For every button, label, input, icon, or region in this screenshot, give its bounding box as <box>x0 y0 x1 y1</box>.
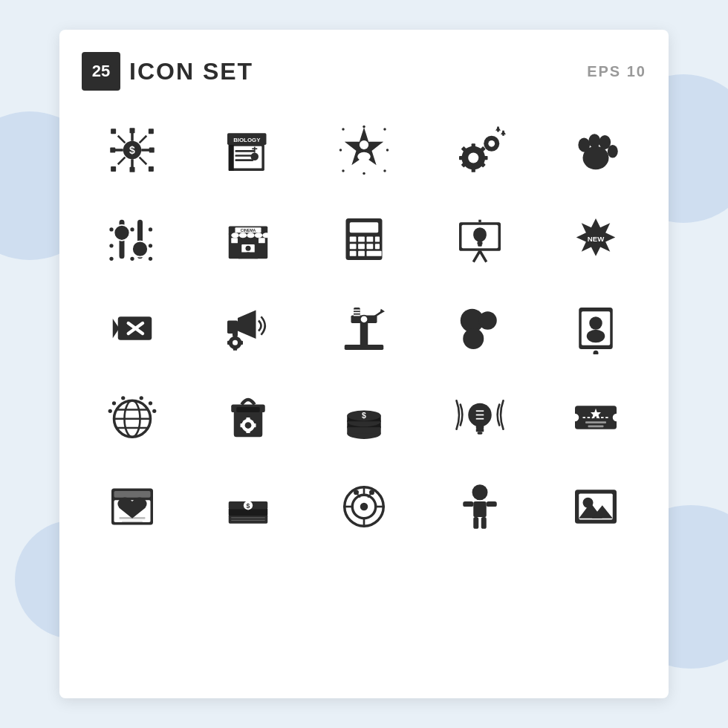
controls-slider-icon <box>106 213 158 265</box>
svg-rect-183 <box>588 426 604 428</box>
svg-text:$: $ <box>247 502 250 510</box>
svg-rect-93 <box>375 237 380 242</box>
svg-point-139 <box>589 316 602 330</box>
svg-point-32 <box>342 128 345 131</box>
svg-point-63 <box>114 225 130 241</box>
svg-rect-15 <box>130 167 135 172</box>
svg-rect-17 <box>149 148 155 153</box>
bucket-settings-icon <box>222 391 274 443</box>
svg-point-37 <box>386 149 389 152</box>
svg-rect-97 <box>375 244 380 249</box>
svg-rect-44 <box>459 156 464 160</box>
icon-paw-print <box>545 113 646 187</box>
svg-point-198 <box>360 503 368 511</box>
svg-marker-55 <box>501 131 506 134</box>
svg-rect-98 <box>350 251 357 256</box>
svg-line-6 <box>118 136 126 143</box>
svg-point-71 <box>149 257 152 261</box>
svg-point-35 <box>383 169 386 172</box>
svg-rect-211 <box>473 517 478 529</box>
svg-rect-122 <box>240 341 243 345</box>
svg-rect-208 <box>473 501 487 517</box>
svg-text:NEW: NEW <box>588 235 605 243</box>
svg-rect-160 <box>241 423 244 427</box>
icon-mobile-contact <box>545 291 646 365</box>
svg-rect-87 <box>238 253 258 259</box>
eps-label: EPS 10 <box>587 63 646 80</box>
svg-point-30 <box>360 140 368 149</box>
icon-bug-target <box>313 469 415 544</box>
svg-point-41 <box>468 153 478 163</box>
svg-point-66 <box>130 227 134 231</box>
svg-point-118 <box>233 340 238 345</box>
svg-rect-161 <box>253 423 256 427</box>
bug-target-icon <box>338 481 390 533</box>
svg-rect-171 <box>476 426 484 429</box>
icon-person-stand <box>429 469 530 544</box>
svg-marker-133 <box>380 309 385 314</box>
icon-idea-bulb <box>429 380 530 455</box>
svg-point-151 <box>108 409 112 413</box>
svg-rect-95 <box>358 244 365 249</box>
svg-point-179 <box>613 414 621 422</box>
svg-point-75 <box>231 233 239 238</box>
icon-new-badge: NEW <box>545 202 646 276</box>
svg-rect-173 <box>478 432 483 435</box>
svg-point-36 <box>339 149 342 152</box>
icon-bubbles <box>429 291 530 365</box>
svg-point-68 <box>149 244 152 247</box>
star-ticket-icon <box>570 391 622 443</box>
svg-point-65 <box>109 227 113 231</box>
icon-star-person <box>313 113 415 187</box>
svg-rect-185 <box>114 491 151 498</box>
globe-grid-icon <box>106 391 158 443</box>
svg-rect-83 <box>231 238 238 243</box>
biology-book-icon: BIOLOGY <box>222 124 274 176</box>
gear-arrows-icon <box>454 124 506 176</box>
svg-line-9 <box>140 157 147 165</box>
svg-point-157 <box>245 422 252 429</box>
svg-point-76 <box>239 233 247 238</box>
idea-bulb-icon <box>454 391 506 443</box>
svg-point-69 <box>109 257 113 261</box>
fintech-circuit-icon: $ <box>106 124 158 176</box>
svg-rect-99 <box>358 251 365 256</box>
person-stand-icon <box>454 481 506 533</box>
svg-point-150 <box>149 401 152 405</box>
svg-point-148 <box>121 396 125 400</box>
svg-rect-12 <box>111 166 116 172</box>
svg-rect-11 <box>149 129 154 134</box>
svg-point-85 <box>246 246 251 251</box>
photo-frame-icon <box>570 481 622 533</box>
svg-rect-96 <box>367 244 374 249</box>
svg-point-60 <box>608 145 618 158</box>
svg-rect-187 <box>120 517 146 519</box>
svg-rect-23 <box>235 159 254 161</box>
svg-point-51 <box>488 140 495 147</box>
svg-rect-94 <box>350 244 357 249</box>
svg-point-131 <box>360 316 368 324</box>
svg-rect-158 <box>246 417 250 420</box>
main-card: 25 ICON SET EPS 10 $ <box>59 30 669 698</box>
svg-point-141 <box>594 351 599 354</box>
svg-rect-100 <box>367 251 382 256</box>
svg-point-140 <box>587 330 605 343</box>
icon-bucket-settings <box>198 380 299 455</box>
svg-rect-120 <box>233 347 237 350</box>
svg-rect-45 <box>483 156 488 160</box>
svg-point-135 <box>478 311 497 330</box>
svg-line-103 <box>473 251 480 262</box>
svg-rect-188 <box>122 521 143 522</box>
icon-cinema-store: CINEMA <box>198 202 299 276</box>
svg-point-79 <box>262 233 270 238</box>
svg-point-149 <box>140 396 143 400</box>
icon-heart-webpage <box>82 469 183 544</box>
icon-gear-arrows <box>429 113 530 187</box>
svg-point-33 <box>383 128 386 131</box>
heart-webpage-icon <box>106 481 158 533</box>
delete-arrow-icon <box>106 302 158 354</box>
calculator-icon <box>338 213 390 265</box>
svg-point-152 <box>152 409 156 413</box>
robot-arm-icon <box>338 302 390 354</box>
svg-text:$: $ <box>362 411 366 420</box>
